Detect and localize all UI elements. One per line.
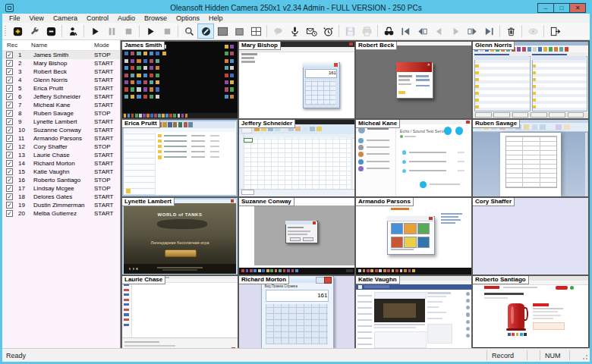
- remove-camera-button[interactable]: [43, 24, 59, 39]
- camera-cell-glenn-norris[interactable]: Glenn Norris: [473, 42, 588, 118]
- table-row[interactable]: ✓20Melba GutierrezSTART: [2, 209, 120, 218]
- menu-browse[interactable]: Browse: [140, 14, 172, 23]
- art-shape: [533, 315, 560, 316]
- record-checkbox[interactable]: ✓: [6, 118, 13, 125]
- record-checkbox[interactable]: ✓: [6, 52, 13, 58]
- camera-cell-cory-shaffer[interactable]: Cory Shaffer: [473, 198, 588, 275]
- record-checkbox[interactable]: ✓: [6, 177, 13, 184]
- camera-cell-robert-beck[interactable]: ✕Robert Beck: [356, 42, 471, 118]
- table-row[interactable]: ✓16Roberto SantiagoSTOP: [2, 176, 120, 184]
- camera-cell-jeffery-schneider[interactable]: Jeffery Schneider: [239, 120, 354, 196]
- single-view-button[interactable]: [231, 24, 247, 39]
- table-row[interactable]: ✓1James SmithSTOP: [2, 51, 120, 59]
- record-checkbox[interactable]: ✓: [6, 110, 13, 117]
- record-checkbox[interactable]: ✓: [6, 193, 13, 200]
- table-row[interactable]: ✓9Lynette LambertSTART: [2, 118, 120, 126]
- table-row[interactable]: ✓2Mary BishopSTART: [2, 59, 120, 67]
- zoom-button[interactable]: [181, 24, 197, 39]
- menu-control[interactable]: Control: [82, 14, 113, 23]
- first-frame-button[interactable]: [397, 24, 414, 39]
- monitor-mode-button[interactable]: [197, 24, 214, 39]
- camera-cell-ruben-savage[interactable]: Ruben Savage: [473, 120, 588, 196]
- menu-options[interactable]: Options: [172, 14, 204, 23]
- record-checkbox[interactable]: ✓: [6, 202, 13, 209]
- maximize-button[interactable]: □: [553, 3, 570, 13]
- multi-view-grid-button[interactable]: [247, 24, 264, 39]
- menu-camera[interactable]: Camera: [49, 14, 82, 23]
- hide-button[interactable]: [524, 24, 541, 39]
- print-button[interactable]: [358, 24, 375, 39]
- record-checkbox[interactable]: ✓: [6, 152, 13, 158]
- table-row[interactable]: ✓8Ruben SavageSTOP: [2, 109, 120, 118]
- record-checkbox[interactable]: ✓: [6, 143, 13, 150]
- record-checkbox[interactable]: ✓: [6, 210, 13, 217]
- stop-all-button[interactable]: [159, 24, 175, 39]
- table-row[interactable]: ✓19Dustin ZimmermanSTART: [2, 201, 120, 209]
- alarm-button[interactable]: [320, 24, 336, 39]
- art-shape: [375, 269, 378, 272]
- table-row[interactable]: ✓13Laurie ChaseSTART: [2, 151, 120, 159]
- chat-button[interactable]: [269, 24, 286, 39]
- table-row[interactable]: ✓11Armando ParsonsSTART: [2, 134, 120, 143]
- close-button[interactable]: ✕: [569, 3, 586, 13]
- prev-frame-button[interactable]: [430, 24, 447, 39]
- table-row[interactable]: ✓3Robert BeckSTART: [2, 67, 120, 76]
- microphone-button[interactable]: [286, 24, 303, 39]
- play-button[interactable]: [87, 24, 103, 39]
- pause-button[interactable]: [103, 24, 120, 39]
- camera-cell-lynette-lambert[interactable]: WORLD of TANKSЛегендарная бесплатная игр…: [122, 198, 238, 275]
- camera-cell-richard-morton[interactable]: Вид Правка Справка161Richard Morton: [239, 276, 354, 348]
- camera-cell-micheal-kane[interactable]: Echo / Sound Test ServiceMicheal Kane: [356, 120, 471, 196]
- menu-help[interactable]: Help: [204, 14, 228, 23]
- camera-cell-katie-vaughn[interactable]: Katie Vaughn: [356, 276, 471, 348]
- next-frame-button[interactable]: [447, 24, 464, 39]
- resize-grip[interactable]: [581, 349, 590, 362]
- record-checkbox[interactable]: ✓: [6, 135, 13, 142]
- record-checkbox[interactable]: ✓: [6, 60, 13, 67]
- camera-cell-erica-pruitt[interactable]: Erica Pruitt: [122, 120, 238, 196]
- table-row[interactable]: ✓5Erica PruittSTART: [2, 84, 120, 93]
- camera-cell-armando-parsons[interactable]: Armando Parsons: [356, 198, 471, 275]
- record-checkbox[interactable]: ✓: [6, 77, 13, 83]
- table-row[interactable]: ✓12Cory ShafferSTOP: [2, 143, 120, 151]
- table-row[interactable]: ✓7Micheal KaneSTART: [2, 101, 120, 109]
- save-button[interactable]: [342, 24, 358, 39]
- table-row[interactable]: ✓18Delores GatesSTART: [2, 193, 120, 201]
- stop-button[interactable]: [120, 24, 137, 39]
- users-button[interactable]: [65, 24, 81, 39]
- table-row[interactable]: ✓17Lindsay McgeeSTOP: [2, 184, 120, 193]
- add-camera-button[interactable]: [9, 24, 26, 39]
- full-screen-view-button[interactable]: [214, 24, 231, 39]
- table-row[interactable]: ✓4Glenn NorrisSTART: [2, 76, 120, 84]
- record-checkbox[interactable]: ✓: [6, 168, 13, 175]
- record-checkbox[interactable]: ✓: [6, 185, 13, 192]
- last-frame-button[interactable]: [480, 24, 497, 39]
- prev-block-button[interactable]: [414, 24, 430, 39]
- camera-cell-roberto-santiago[interactable]: Roberto Santiago: [473, 276, 588, 348]
- exit-button[interactable]: [546, 24, 563, 39]
- minimize-button[interactable]: –: [537, 3, 554, 13]
- settings-button[interactable]: [26, 24, 43, 39]
- record-checkbox[interactable]: ✓: [6, 68, 13, 75]
- send-alert-button[interactable]: [303, 24, 320, 39]
- camera-cell-james-smith[interactable]: James Smith: [122, 42, 238, 118]
- camera-cell-laurie-chase[interactable]: Laurie Chase: [122, 276, 238, 348]
- delete-button[interactable]: [502, 24, 519, 39]
- table-row[interactable]: ✓6Jeffery SchneiderSTART: [2, 93, 120, 101]
- camera-cell-suzanne-conway[interactable]: Suzanne Conway: [239, 198, 354, 275]
- record-checkbox[interactable]: ✓: [6, 102, 13, 108]
- menu-audio[interactable]: Audio: [113, 14, 140, 23]
- record-checkbox[interactable]: ✓: [6, 93, 13, 100]
- record-checkbox[interactable]: ✓: [6, 85, 13, 92]
- record-checkbox[interactable]: ✓: [6, 127, 13, 133]
- play-all-button[interactable]: [142, 24, 159, 39]
- menu-file[interactable]: File: [5, 14, 25, 23]
- next-block-button[interactable]: [464, 24, 480, 39]
- record-checkbox[interactable]: ✓: [6, 160, 13, 167]
- table-row[interactable]: ✓14Richard MortonSTART: [2, 159, 120, 168]
- menu-view[interactable]: View: [25, 14, 49, 23]
- camera-cell-mary-bishop[interactable]: 161Mary Bishop: [239, 42, 354, 118]
- table-row[interactable]: ✓10Suzanne ConwaySTART: [2, 126, 120, 134]
- table-row[interactable]: ✓15Katie VaughnSTART: [2, 168, 120, 176]
- find-button[interactable]: [380, 24, 397, 39]
